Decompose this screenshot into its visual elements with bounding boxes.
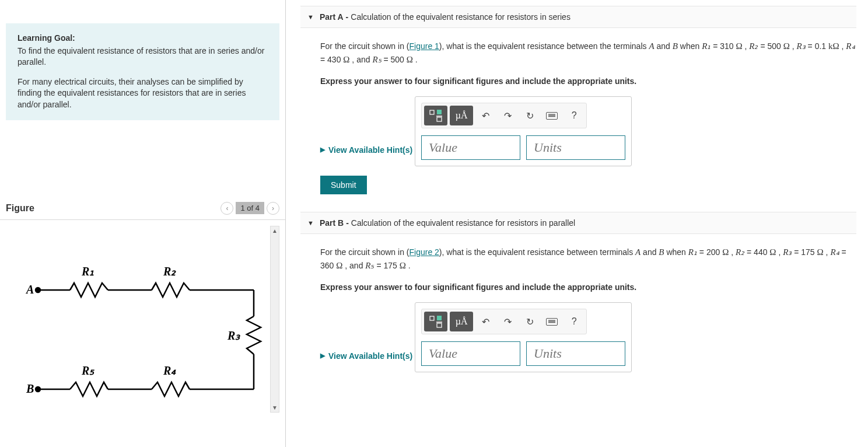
fraction-icon xyxy=(429,109,443,122)
chevron-down-icon: ▼ xyxy=(307,219,314,226)
answer-toolbar: µÅ ↶ ↷ ↻ ? xyxy=(421,309,587,334)
r4-label: R₄ xyxy=(163,364,176,377)
special-char-button[interactable]: µÅ xyxy=(450,106,473,125)
part-a-title: Calculation of the equivalent resistance… xyxy=(351,12,570,22)
part-a-instructions: Express your answer to four significant … xyxy=(320,76,856,86)
learning-goal-box: Learning Goal: To find the equivalent re… xyxy=(6,23,279,120)
svg-rect-13 xyxy=(437,117,442,121)
svg-rect-15 xyxy=(437,316,442,320)
part-a-body: For the circuit shown in (Figure 1), wha… xyxy=(300,40,856,212)
fraction-template-button[interactable] xyxy=(424,106,447,125)
figure-pager: ‹ 1 of 4 › xyxy=(220,202,279,215)
part-a-answer-widget: µÅ ↶ ↷ ↻ ? xyxy=(415,96,632,166)
reset-button[interactable]: ↻ xyxy=(520,313,540,330)
chevron-right-icon: ▶ xyxy=(320,352,325,359)
figure-header: Figure ‹ 1 of 4 › xyxy=(0,202,285,220)
figure-page-label: 1 of 4 xyxy=(236,202,264,214)
svg-point-9 xyxy=(36,387,40,392)
left-panel: Learning Goal: To find the equivalent re… xyxy=(0,0,286,447)
reset-button[interactable]: ↻ xyxy=(520,107,540,124)
learning-goal-para1: To find the equivalent resistance of res… xyxy=(18,46,268,68)
part-a-value-input[interactable] xyxy=(421,135,520,160)
part-b-value-input[interactable] xyxy=(421,341,520,366)
undo-button[interactable]: ↶ xyxy=(475,313,495,330)
part-a-question: For the circuit shown in (Figure 1), wha… xyxy=(320,40,856,66)
r3-label: R₃ xyxy=(227,329,241,342)
help-button[interactable]: ? xyxy=(564,107,584,124)
part-b-body: For the circuit shown in (Figure 2), wha… xyxy=(300,246,856,399)
part-a-units-input[interactable] xyxy=(526,135,625,160)
r2-label: R₂ xyxy=(163,265,176,278)
svg-rect-11 xyxy=(437,110,442,114)
figure-heading: Figure xyxy=(6,203,34,214)
fraction-template-button[interactable] xyxy=(424,312,447,331)
part-b-answer-widget: µÅ ↶ ↷ ↻ ? xyxy=(415,302,632,372)
part-b-hints-toggle[interactable]: ▶ View Available Hint(s) xyxy=(320,351,412,361)
fraction-icon xyxy=(429,315,443,328)
part-a-label: Part A xyxy=(320,12,344,22)
r1-label: R₁ xyxy=(81,265,94,278)
figure-next-button[interactable]: › xyxy=(267,202,279,215)
keyboard-icon xyxy=(546,112,558,120)
redo-button[interactable]: ↷ xyxy=(498,107,517,124)
chevron-down-icon: ▼ xyxy=(307,13,314,20)
help-button[interactable]: ? xyxy=(564,313,584,330)
figure-1-link[interactable]: Figure 1 xyxy=(410,41,439,51)
keyboard-button[interactable] xyxy=(542,313,562,330)
chevron-right-icon: ▶ xyxy=(320,146,325,153)
part-b-units-input[interactable] xyxy=(526,341,625,366)
scroll-up-icon[interactable]: ▲ xyxy=(271,226,279,235)
special-char-button[interactable]: µÅ xyxy=(450,312,473,331)
keyboard-icon xyxy=(546,318,558,326)
undo-button[interactable]: ↶ xyxy=(475,107,495,124)
right-panel: ▼ Part A - Calculation of the equivalent… xyxy=(286,0,868,447)
svg-rect-17 xyxy=(437,323,442,327)
figure-2-link[interactable]: Figure 2 xyxy=(410,247,439,257)
part-b-header[interactable]: ▼ Part B - Calculation of the equivalent… xyxy=(300,212,856,234)
part-b-label: Part B xyxy=(320,218,344,228)
part-a-hints-toggle[interactable]: ▶ View Available Hint(s) xyxy=(320,145,412,155)
scroll-down-icon[interactable]: ▼ xyxy=(271,403,279,412)
learning-goal-title: Learning Goal: xyxy=(18,33,268,44)
redo-button[interactable]: ↷ xyxy=(498,313,517,330)
learning-goal-para2: For many electrical circuits, their anal… xyxy=(18,76,268,111)
part-b-title: Calculation of the equivalent resistance… xyxy=(351,218,575,228)
figure-prev-button[interactable]: ‹ xyxy=(220,202,233,215)
terminal-a-label: A xyxy=(25,283,34,296)
keyboard-button[interactable] xyxy=(542,107,562,124)
svg-rect-10 xyxy=(430,110,434,114)
r5-label: R₅ xyxy=(81,364,94,377)
answer-toolbar: µÅ ↶ ↷ ↻ ? xyxy=(421,103,587,128)
part-a-submit-button[interactable]: Submit xyxy=(320,176,367,194)
part-a-header[interactable]: ▼ Part A - Calculation of the equivalent… xyxy=(300,6,856,28)
part-b-question: For the circuit shown in (Figure 2), wha… xyxy=(320,246,856,272)
circuit-diagram: A B R₁ R₂ R₃ R₄ R₅ xyxy=(20,243,265,407)
terminal-b-label: B xyxy=(26,382,34,395)
part-b-instructions: Express your answer to four significant … xyxy=(320,282,856,292)
svg-point-0 xyxy=(36,288,40,292)
figure-body: A B R₁ R₂ R₃ R₄ R₅ ▲ ▼ xyxy=(0,220,285,418)
svg-rect-14 xyxy=(430,316,434,320)
figure-scrollbar[interactable]: ▲ ▼ xyxy=(270,226,279,413)
